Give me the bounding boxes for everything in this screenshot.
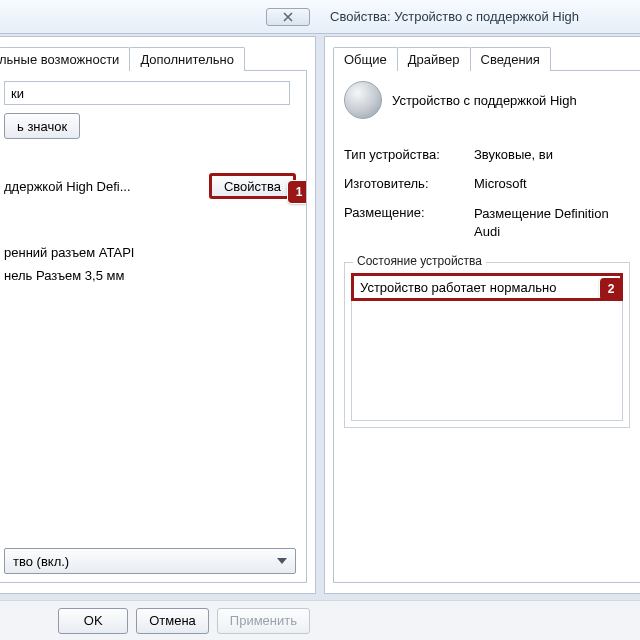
controller-label: ддержкой High Defi...	[4, 179, 199, 194]
right-titlebar: Свойства: Устройство с поддержкой High	[320, 0, 640, 34]
device-name-label: Устройство с поддержкой High	[392, 93, 630, 108]
vendor-value: Microsoft	[474, 176, 630, 191]
device-status-caption: Состояние устройства	[353, 254, 486, 268]
tab-advanced[interactable]: Дополнительно	[129, 47, 245, 71]
cancel-button[interactable]: Отмена	[136, 608, 209, 634]
device-name-input[interactable]	[4, 81, 290, 105]
device-status-text: Устройство работает нормально 2	[351, 273, 623, 301]
window-title: Свойства: Устройство с поддержкой High	[330, 9, 579, 24]
close-icon[interactable]	[266, 8, 310, 26]
location-label: Размещение:	[344, 205, 464, 240]
tab-driver[interactable]: Драйвер	[397, 47, 471, 71]
device-status-group: Состояние устройства Устройство работает…	[344, 262, 630, 428]
callout-marker-2: 2	[600, 278, 622, 300]
device-status-box	[351, 301, 623, 421]
ok-button[interactable]: OK	[58, 608, 128, 634]
device-status-text-value: Устройство работает нормально	[360, 280, 556, 295]
jack-info-line-2: нель Разъем 3,5 мм	[4, 268, 296, 283]
combo-selected-label: тво (вкл.)	[13, 554, 69, 569]
device-type-value: Звуковые, ви	[474, 147, 630, 162]
change-icon-button[interactable]: ь значок	[4, 113, 80, 139]
chevron-down-icon	[273, 552, 291, 570]
tab-extra-features[interactable]: льные возможности	[0, 47, 130, 71]
exclusive-mode-combo[interactable]: тво (вкл.)	[4, 548, 296, 574]
vendor-label: Изготовитель:	[344, 176, 464, 191]
tab-general[interactable]: Общие	[333, 47, 398, 71]
callout-marker-1: 1	[288, 181, 307, 203]
apply-button[interactable]: Применить	[217, 608, 310, 634]
left-titlebar	[0, 0, 320, 34]
right-button-bar	[320, 600, 640, 640]
properties-button[interactable]: Свойства	[209, 173, 296, 199]
speaker-icon	[344, 81, 382, 119]
device-type-label: Тип устройства:	[344, 147, 464, 162]
jack-info-line-1: ренний разъем ATAPI	[4, 245, 296, 260]
location-value: Размещение Definition Audi	[474, 205, 630, 240]
tab-details[interactable]: Сведения	[470, 47, 551, 71]
left-button-bar: OK Отмена Применить	[0, 600, 320, 640]
